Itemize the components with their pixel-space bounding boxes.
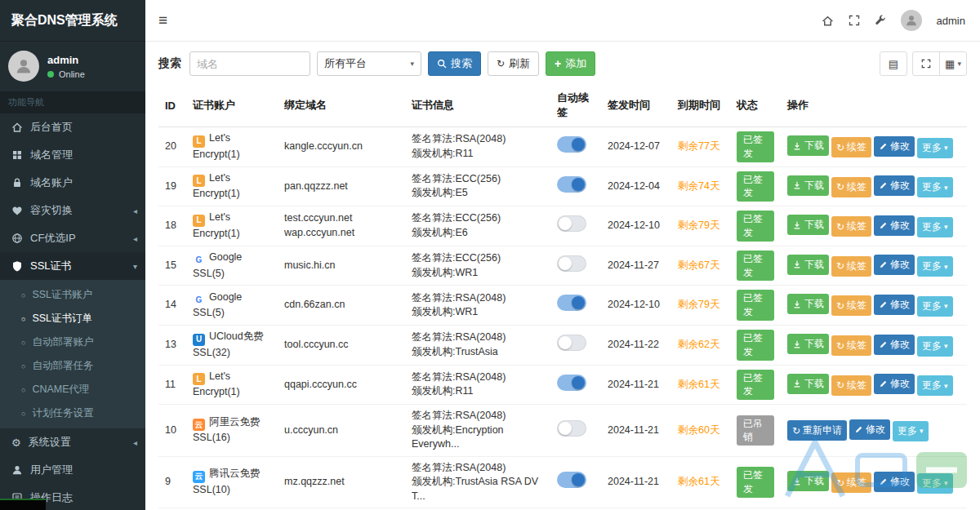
cell-id: 11 [158,365,186,405]
user-menu[interactable]: admin [937,15,965,27]
more-button[interactable]: 更多▾ [917,177,953,197]
submenu-ssl-accounts[interactable]: ○SSL证书账户 [0,283,145,307]
edit-button[interactable]: 修改 [874,136,915,157]
submenu-ssl-orders[interactable]: ○SSL证书订单 [0,307,145,330]
search-button[interactable]: 搜索 [428,51,481,76]
edit-button[interactable]: 修改 [874,255,915,275]
renew-button[interactable]: ↻续签 [831,295,871,316]
online-dot [47,71,54,78]
auto-renew-toggle[interactable] [557,215,586,232]
platform-select[interactable]: 所有平台 ▾ [317,51,421,76]
download-icon [792,339,802,349]
card-view-button[interactable]: ▤ [880,51,907,76]
download-icon [792,477,802,486]
more-button[interactable]: 更多▾ [917,375,953,396]
edit-button[interactable]: 修改 [874,335,915,355]
cell-issued: 2024-12-04 [601,166,671,206]
shield-icon [11,260,23,272]
edit-button[interactable]: 修改 [874,295,915,315]
submenu-deploy-tasks[interactable]: ○自动部署任务 [0,354,145,378]
corner-watermark [0,499,46,510]
home-icon[interactable] [822,15,834,27]
auto-renew-toggle[interactable] [557,335,586,351]
status-badge: 已签发 [737,330,774,361]
more-button[interactable]: 更多▾ [917,296,953,317]
auto-renew-toggle[interactable] [557,176,586,193]
edit-button[interactable]: 修改 [874,374,915,394]
edit-button[interactable]: 修改 [874,472,915,492]
download-button[interactable]: 下载 [787,334,829,354]
download-button[interactable]: 下载 [787,471,829,491]
more-button[interactable]: 更多▾ [893,421,929,441]
globe-icon [11,233,23,244]
renew-button[interactable]: ↻续签 [831,216,871,237]
submenu-cron-settings[interactable]: ○计划任务设置 [0,401,145,425]
cell-actions: 下载↻续签修改更多▾ [781,127,967,167]
sidebar-item-cf-ip[interactable]: CF优选IP ◂ [0,224,145,252]
provider-icon: 云 [193,419,205,431]
user-avatar[interactable] [901,10,922,31]
more-button[interactable]: 更多▾ [917,217,953,237]
auto-renew-toggle[interactable] [557,136,586,153]
download-button[interactable]: 下载 [787,294,829,314]
sidebar-item-settings[interactable]: ⚙ 系统设置 ◂ [0,428,145,456]
cell-issued: 2024-11-27 [601,246,671,286]
app-title: 聚合DNS管理系统 [11,13,118,27]
download-button[interactable]: 下载 [787,175,829,196]
cell-id: 9 [158,456,186,508]
renew-button[interactable]: ↻续签 [831,177,871,197]
renew-button[interactable]: ↻续签 [831,472,871,493]
edit-icon [879,221,888,230]
auto-renew-toggle[interactable] [557,375,586,391]
columns-button[interactable]: ▦ ▾ [939,51,967,76]
sidebar-toggle[interactable]: ≡ [145,11,180,29]
download-button[interactable]: 下载 [787,135,829,156]
edit-button[interactable]: 修改 [849,419,890,440]
sidebar-item-users[interactable]: 用户管理 [0,456,145,484]
more-button[interactable]: 更多▾ [917,256,953,277]
add-button[interactable]: + 添加 [546,51,595,76]
columns-icon: ▦ [945,58,955,70]
cell-issued: 2024-12-07 [601,127,671,167]
sidebar-item-domain-accounts[interactable]: 域名账户 [0,169,145,197]
more-button[interactable]: 更多▾ [917,336,953,357]
auto-renew-toggle[interactable] [557,472,586,488]
reapply-button[interactable]: ↻重新申请 [787,420,847,441]
sidebar-item-dashboard[interactable]: 后台首页 [0,113,145,141]
sidebar-item-failover[interactable]: 容灾切换 ◂ [0,197,145,224]
col-account: 证书账户 [186,84,278,127]
wrench-icon[interactable] [875,15,886,26]
renew-button[interactable]: ↻续签 [831,375,871,396]
edit-button[interactable]: 修改 [874,215,915,236]
refresh-button[interactable]: ↻ 刷新 [488,51,539,76]
auto-renew-toggle[interactable] [557,420,586,437]
cell-remaining: 剩余61天 [671,365,730,405]
cell-domains: music.hi.cn [278,246,405,286]
more-button[interactable]: 更多▾ [917,138,953,158]
renew-button[interactable]: ↻续签 [831,335,871,356]
table-row: 20LLet's Encrypt(1)kangle.cccyun.cn签名算法:… [158,127,967,167]
submenu-deploy-accounts[interactable]: ○自动部署账户 [0,330,145,354]
sidebar-item-ssl[interactable]: SSL证书 ▾ [0,252,145,280]
download-button[interactable]: 下载 [787,374,829,394]
download-button[interactable]: 下载 [787,215,829,235]
sidebar-user-panel: admin Online [0,41,145,91]
fullscreen-table-button[interactable] [912,51,940,76]
search-input[interactable] [189,51,310,76]
cell-actions: ↻重新申请修改更多▾ [781,405,967,457]
edit-button[interactable]: 修改 [874,175,915,196]
fullscreen-icon[interactable] [849,15,860,26]
circle-icon: ○ [21,315,25,323]
sidebar-item-domains[interactable]: 域名管理 [0,141,145,169]
card-view-icon: ▤ [889,58,898,70]
renew-button[interactable]: ↻续签 [831,137,871,157]
cell-id: 20 [158,127,186,167]
table-row: 15GGoogle SSL(5)music.hi.cn签名算法:ECC(256)… [158,246,967,286]
more-button[interactable]: 更多▾ [917,473,953,494]
download-button[interactable]: 下载 [787,255,829,275]
submenu-cname-proxy[interactable]: ○CNAME代理 [0,378,145,401]
search-toolbar: 搜索 所有平台 ▾ 搜索 ↻ 刷新 + 添加 [158,51,967,76]
renew-button[interactable]: ↻续签 [831,256,871,277]
auto-renew-toggle[interactable] [557,295,586,311]
auto-renew-toggle[interactable] [557,255,586,272]
